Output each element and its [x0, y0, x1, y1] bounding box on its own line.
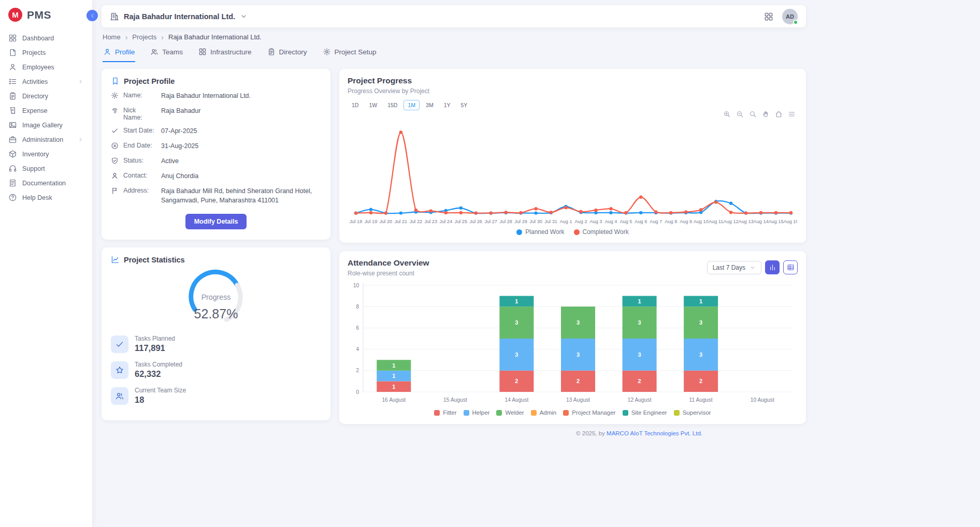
field-nick-name: Nick Name: Raja Bahadur — [111, 107, 321, 121]
field-label: End Date: — [123, 142, 156, 149]
svg-text:2: 2 — [356, 368, 359, 373]
headset-icon — [8, 164, 17, 173]
reset-zoom-icon[interactable] — [775, 110, 783, 118]
field-value: 07-Apr-2025 — [161, 127, 321, 136]
sidebar-item-activities[interactable]: Activities — [0, 75, 92, 89]
svg-text:10 August: 10 August — [751, 397, 774, 403]
chart-title: Project Progress — [348, 76, 798, 85]
chart-menu-icon[interactable] — [788, 110, 796, 118]
svg-text:Jul 25: Jul 25 — [455, 219, 468, 224]
breadcrumb-projects[interactable]: Projects — [132, 33, 156, 41]
date-filter-select[interactable]: Last 7 Days — [707, 261, 761, 274]
table-view-button[interactable] — [783, 260, 798, 274]
bar-view-button[interactable] — [765, 260, 780, 274]
sidebar-item-directory[interactable]: Directory — [0, 89, 92, 103]
svg-text:2: 2 — [515, 378, 518, 384]
svg-text:12 August: 12 August — [628, 397, 652, 403]
legend-marker-icon — [574, 229, 580, 235]
legend-item[interactable]: Welder — [496, 409, 524, 416]
legend-label: Welder — [505, 409, 524, 416]
range-1w-button[interactable]: 1W — [365, 100, 381, 110]
range-3m-button[interactable]: 3M — [422, 100, 438, 110]
stat-tasks-completed: Tasks Completed 62,332 — [111, 361, 321, 379]
line-chart-legend: Planned WorkCompleted Work — [348, 228, 798, 236]
sidebar-item-administration[interactable]: Administration — [0, 133, 92, 147]
sidebar-item-label: Administration — [22, 136, 63, 143]
apps-grid-icon[interactable] — [763, 11, 774, 22]
sidebar-collapse-button[interactable] — [87, 10, 98, 21]
legend-item[interactable]: Planned Work — [516, 228, 564, 236]
svg-text:13 August: 13 August — [566, 397, 590, 403]
svg-text:Aug 15: Aug 15 — [768, 219, 783, 224]
table-icon — [787, 264, 795, 271]
bar-chart-icon — [769, 264, 776, 271]
gauge-label: Progress — [201, 293, 231, 301]
sidebar-item-expense[interactable]: Expense — [0, 104, 92, 118]
svg-text:Aug 6: Aug 6 — [635, 219, 647, 224]
chart-title: Attendance Overview — [348, 258, 429, 268]
range-1m-button[interactable]: 1M — [403, 100, 420, 110]
range-1y-button[interactable]: 1Y — [440, 100, 455, 110]
progress-line-chart[interactable]: Jul 18Jul 19Jul 20Jul 21Jul 22Jul 23Jul … — [348, 120, 797, 227]
svg-text:Jul 18: Jul 18 — [350, 219, 363, 224]
legend-item[interactable]: Supervisor — [674, 409, 711, 416]
svg-text:3: 3 — [638, 319, 641, 326]
svg-text:11 August: 11 August — [689, 397, 713, 403]
sidebar-item-image-gallery[interactable]: Image Gallery — [0, 118, 92, 132]
legend-item[interactable]: Helper — [464, 409, 490, 416]
sidebar: M PMS Dashboard Projects Employees Activ… — [0, 0, 92, 527]
tab-teams[interactable]: Teams — [150, 46, 183, 62]
sidebar-item-label: Image Gallery — [22, 122, 63, 129]
modify-details-button[interactable]: Modify Details — [185, 214, 247, 229]
sidebar-item-help-desk[interactable]: Help Desk — [0, 191, 92, 204]
sidebar-item-support[interactable]: Support — [0, 162, 92, 175]
user-avatar[interactable]: AD — [782, 9, 798, 24]
field-label: Nick Name: — [123, 107, 156, 121]
receipt-icon — [8, 106, 17, 115]
svg-text:Jul 20: Jul 20 — [380, 219, 393, 224]
svg-text:Jul 29: Jul 29 — [514, 219, 527, 224]
sidebar-item-employees[interactable]: Employees — [0, 60, 92, 74]
legend-item[interactable]: Project Manager — [563, 409, 615, 416]
svg-text:Jul 21: Jul 21 — [395, 219, 408, 224]
tab-directory[interactable]: Directory — [267, 46, 308, 62]
svg-text:4: 4 — [356, 346, 359, 352]
online-status-dot — [793, 20, 798, 25]
legend-item[interactable]: Completed Work — [574, 228, 629, 236]
attendance-overview-card: Attendance Overview Role-wise present co… — [339, 251, 806, 424]
footer-text: © 2025, by — [576, 430, 607, 436]
selection-zoom-icon[interactable] — [749, 110, 757, 118]
tab-profile[interactable]: Profile — [103, 46, 135, 62]
svg-text:Aug 13: Aug 13 — [739, 219, 754, 224]
fingerprint-icon — [111, 107, 119, 114]
svg-text:3: 3 — [515, 319, 518, 326]
attendance-bar-chart[interactable]: 024681016 August11115 August14 August233… — [348, 279, 797, 406]
profile-tab-icon — [103, 48, 111, 56]
tab-infrastructure[interactable]: Infrastructure — [198, 46, 252, 62]
legend-item[interactable]: Fitter — [434, 409, 456, 416]
sidebar-item-dashboard[interactable]: Dashboard — [0, 31, 92, 45]
svg-text:14 August: 14 August — [505, 397, 528, 403]
breadcrumb-home[interactable]: Home — [103, 33, 121, 41]
users-icon — [115, 391, 124, 401]
legend-marker-icon — [464, 410, 469, 416]
legend-item[interactable]: Admin — [531, 409, 557, 416]
legend-item[interactable]: Site Engineer — [623, 409, 667, 416]
sidebar-item-projects[interactable]: Projects — [0, 46, 92, 60]
footer-company-link[interactable]: MARCO AIoT Technologies Pvt. Ltd. — [607, 430, 702, 436]
range-15d-button[interactable]: 15D — [383, 100, 401, 110]
range-5y-button[interactable]: 5Y — [456, 100, 471, 110]
project-profile-card: Project Profile Name: Raja Bahadur Inter… — [102, 69, 330, 240]
sidebar-item-inventory[interactable]: Inventory — [0, 147, 92, 161]
company-selector[interactable]: Raja Bahadur International Ltd. — [110, 12, 248, 21]
pan-icon[interactable] — [762, 110, 770, 118]
clipboard-icon — [267, 48, 276, 56]
chevron-right-icon — [77, 136, 84, 143]
sidebar-item-label: Support — [22, 165, 45, 172]
range-1d-button[interactable]: 1D — [348, 100, 363, 110]
zoom-in-icon[interactable] — [723, 110, 731, 118]
svg-text:Aug 10: Aug 10 — [694, 219, 709, 224]
zoom-out-icon[interactable] — [736, 110, 744, 118]
tab-project-setup[interactable]: Project Setup — [322, 46, 377, 62]
sidebar-item-documentation[interactable]: Documentation — [0, 176, 92, 190]
